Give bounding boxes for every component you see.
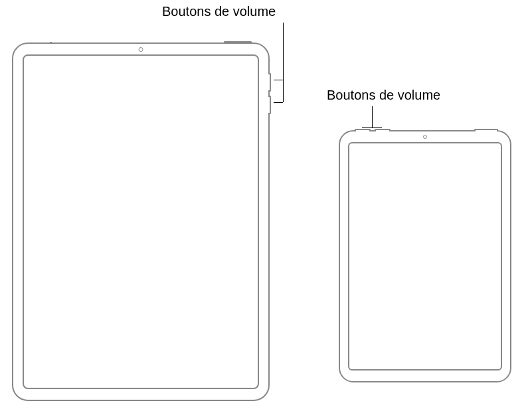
ipad-small-volume-down-button	[375, 129, 391, 131]
leader-line-small-horizontal	[362, 127, 382, 128]
ipad-large-front-camera	[139, 47, 143, 52]
leader-line-large-vertical	[283, 23, 284, 102]
label-volume-small: Boutons de volume	[327, 88, 440, 103]
label-volume-large: Boutons de volume	[162, 4, 276, 19]
ipad-large-screen	[23, 54, 259, 389]
ipad-large-top-button	[224, 41, 252, 44]
ipad-small-volume-up-button	[355, 129, 371, 131]
leader-line-small-vertical	[372, 106, 373, 127]
leader-line-large-tick-down	[274, 102, 283, 103]
ipad-small-screen	[348, 142, 502, 371]
ipad-large-top-detail	[50, 42, 52, 44]
ipad-small-front-camera	[423, 135, 427, 139]
ipad-small	[339, 130, 511, 382]
ipad-large	[12, 42, 270, 401]
ipad-large-volume-down-button	[268, 96, 271, 114]
leader-line-large-tick-up	[274, 80, 283, 80]
ipad-large-volume-up-button	[268, 73, 271, 92]
ipad-small-top-button	[474, 129, 498, 131]
